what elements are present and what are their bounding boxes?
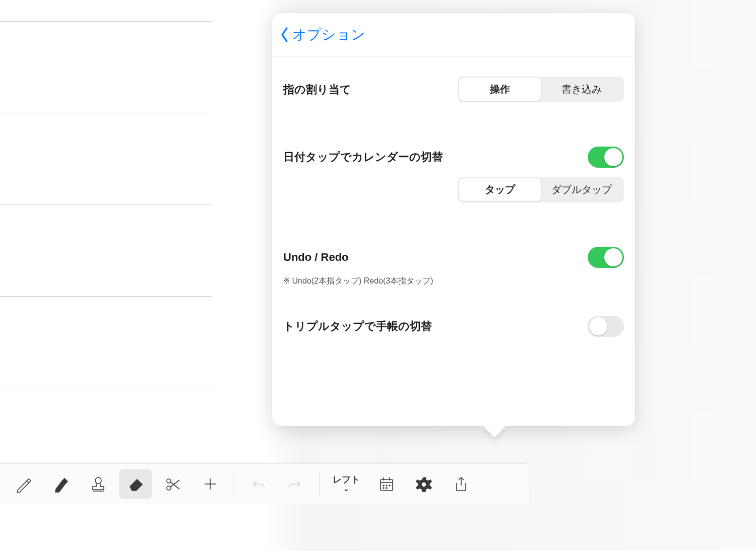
- svg-point-15: [383, 488, 384, 489]
- redo-button[interactable]: [279, 469, 312, 499]
- row-undo-redo: Undo / Redo: [283, 240, 624, 275]
- eraser-icon: [127, 475, 144, 493]
- redo-icon: [287, 475, 304, 493]
- scissors-icon: [164, 475, 181, 493]
- undo-redo-toggle[interactable]: [588, 247, 624, 268]
- svg-point-17: [421, 482, 426, 487]
- back-button[interactable]: オプション: [279, 25, 365, 44]
- svg-point-16: [386, 488, 387, 489]
- row-date-tap: 日付タップでカレンダーの切替: [283, 140, 624, 175]
- ruled-line: [0, 21, 212, 22]
- row-triple-tap: トリプルタップで手帳の切替: [283, 309, 624, 344]
- pencil-tool[interactable]: [7, 469, 40, 499]
- stamp-tool[interactable]: [82, 469, 115, 499]
- seg-double-tap[interactable]: ダブルタップ: [541, 178, 622, 201]
- gear-icon: [415, 475, 432, 493]
- svg-point-0: [95, 477, 101, 484]
- marker-icon: [52, 475, 70, 493]
- row-finger-assignment: 指の割り当て 操作 書き込み: [283, 70, 624, 109]
- date-tap-segment[interactable]: タップ ダブルタップ: [458, 177, 624, 202]
- share-button[interactable]: [445, 469, 478, 499]
- popover-body: 指の割り当て 操作 書き込み 日付タップでカレンダーの切替 タップ ダブルタップ…: [272, 56, 635, 357]
- plus-icon: [202, 475, 219, 493]
- date-tap-label: 日付タップでカレンダーの切替: [283, 150, 443, 165]
- popover-title: オプション: [292, 25, 365, 44]
- svg-point-12: [383, 485, 384, 486]
- stamp-icon: [90, 475, 107, 493]
- add-tool[interactable]: [194, 469, 227, 499]
- settings-button[interactable]: [407, 469, 440, 499]
- triple-tap-toggle[interactable]: [588, 316, 624, 337]
- seg-write[interactable]: 書き込み: [541, 78, 622, 101]
- popover-header: オプション: [272, 13, 635, 56]
- ruled-line: [0, 204, 212, 205]
- date-tap-toggle[interactable]: [588, 147, 624, 168]
- ruled-line: [0, 113, 212, 113]
- bottom-toolbar: レフト ⌄: [0, 463, 529, 504]
- ruled-line: [0, 296, 212, 297]
- ruled-line: [0, 388, 212, 388]
- left-button[interactable]: レフト ⌄: [327, 469, 366, 499]
- chevron-left-icon: [279, 26, 290, 43]
- calendar-icon: [378, 475, 395, 493]
- share-icon: [453, 475, 470, 493]
- popover-arrow-mask: [474, 416, 514, 426]
- svg-point-13: [386, 485, 387, 486]
- toolbar-separator: [234, 472, 234, 496]
- undo-redo-label: Undo / Redo: [283, 251, 349, 264]
- svg-point-14: [389, 485, 390, 486]
- toolbar-separator: [319, 472, 320, 496]
- triple-tap-label: トリプルタップで手帳の切替: [283, 319, 432, 334]
- seg-operate[interactable]: 操作: [459, 78, 541, 101]
- row-date-tap-mode: タップ ダブルタップ: [283, 175, 624, 210]
- eraser-tool[interactable]: [119, 469, 152, 499]
- undo-redo-note: ※ Undo(2本指タップ) Redo(3本指タップ): [283, 276, 624, 287]
- undo-icon: [249, 475, 267, 493]
- finger-assign-segment[interactable]: 操作 書き込み: [458, 77, 624, 102]
- left-label: レフト: [333, 475, 360, 485]
- chevron-down-icon: ⌄: [343, 485, 349, 493]
- pencil-icon: [15, 475, 32, 493]
- finger-assign-label: 指の割り当て: [283, 82, 351, 97]
- scissors-tool[interactable]: [156, 469, 190, 499]
- marker-tool[interactable]: [44, 469, 78, 499]
- seg-tap[interactable]: タップ: [459, 178, 541, 201]
- undo-button[interactable]: [241, 469, 275, 499]
- calendar-button[interactable]: [370, 469, 403, 499]
- options-popover: オプション 指の割り当て 操作 書き込み 日付タップでカレンダーの切替 タップ …: [272, 13, 635, 426]
